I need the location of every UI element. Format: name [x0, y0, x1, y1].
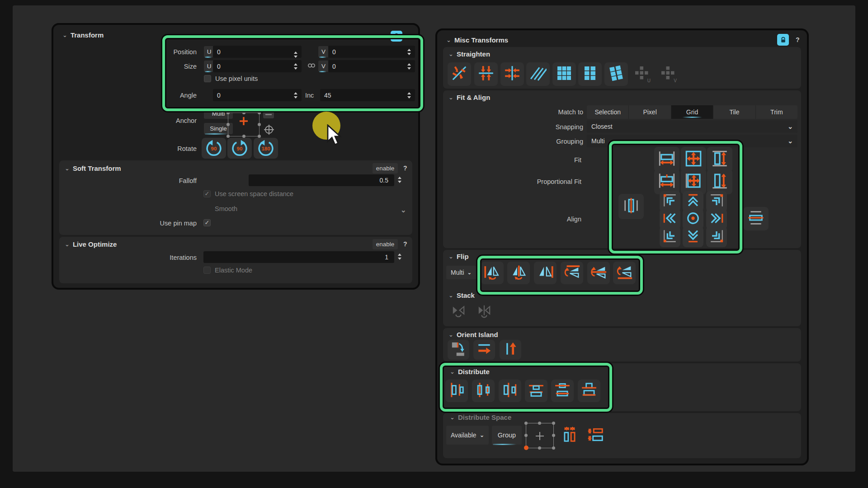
spinner[interactable]: [407, 49, 411, 55]
proportional-fit-uv-button[interactable]: [681, 169, 706, 194]
stack-align-button-disabled[interactable]: [474, 301, 495, 322]
spinner[interactable]: [407, 92, 411, 99]
soft-transform-header[interactable]: Soft Transform: [65, 164, 121, 172]
live-optimize-header[interactable]: Live Optimize: [65, 240, 117, 248]
orient-auto-button[interactable]: [448, 340, 469, 360]
orient-island-header[interactable]: Orient Island: [448, 331, 498, 338]
misc-transforms-header[interactable]: Misc Transforms: [446, 36, 508, 44]
straighten-grid-island-button[interactable]: [578, 62, 602, 86]
distribute-space-anchor-selector[interactable]: [526, 423, 554, 448]
align-bottom-right-button[interactable]: [706, 226, 727, 247]
fit-u-button[interactable]: [654, 147, 679, 172]
smooth-dropdown-value[interactable]: Smooth: [215, 205, 237, 212]
distribute-space-available-dropdown[interactable]: Available: [446, 426, 489, 445]
fit-v-button[interactable]: [707, 147, 732, 172]
soft-transform-enable-button[interactable]: enable: [373, 163, 398, 174]
stack-header[interactable]: Stack: [448, 291, 475, 299]
live-optimize-help[interactable]: ?: [403, 240, 407, 248]
chevron-down-icon[interactable]: [401, 206, 406, 214]
straighten-v-button-disabled[interactable]: V: [656, 62, 680, 86]
anchor-center-handle-icon[interactable]: [239, 117, 248, 127]
live-optimize-enable-button[interactable]: enable: [373, 239, 398, 249]
snapping-dropdown[interactable]: Closest: [587, 120, 797, 133]
distribute-bottom-button[interactable]: [578, 380, 600, 402]
fit-align-header[interactable]: Fit & Align: [448, 94, 490, 101]
distribute-space-u-button[interactable]: [559, 425, 580, 446]
anchor-selected-dot[interactable]: [524, 446, 528, 450]
misc-transforms-help[interactable]: ?: [796, 36, 800, 43]
grouping-dropdown[interactable]: Multi: [587, 135, 797, 147]
straighten-header[interactable]: Straighten: [448, 50, 490, 58]
distribute-center-u-button[interactable]: [472, 380, 495, 402]
transform-section-header[interactable]: Transform: [62, 31, 104, 39]
angle-inc-input[interactable]: 45: [320, 89, 415, 101]
straighten-selection-button[interactable]: [448, 62, 471, 86]
flip-u-center-button[interactable]: [507, 262, 530, 284]
straighten-grid-tilted-button[interactable]: [604, 62, 628, 86]
proportional-fit-v-button[interactable]: [707, 169, 732, 194]
anchor-point-selector[interactable]: [228, 113, 259, 136]
flip-v-top-button[interactable]: [561, 262, 583, 284]
spinner[interactable]: [407, 63, 411, 70]
lock-icon[interactable]: [777, 34, 789, 46]
position-v-button[interactable]: V: [318, 46, 329, 57]
soft-transform-help[interactable]: ?: [403, 164, 407, 172]
stack-button-disabled[interactable]: [448, 301, 469, 322]
rotate-cw-90-button[interactable]: 90: [227, 138, 252, 159]
flip-v-center-button[interactable]: [587, 262, 610, 284]
distribute-space-v-button[interactable]: [585, 425, 607, 446]
size-v-input[interactable]: 0: [328, 60, 415, 72]
match-to-pixel[interactable]: Pixel: [629, 105, 671, 119]
flip-u-right-button[interactable]: [534, 262, 557, 284]
proportional-fit-u-button[interactable]: [654, 169, 679, 194]
flip-header[interactable]: Flip: [448, 253, 469, 260]
falloff-spinner[interactable]: [398, 177, 401, 183]
distribute-top-button[interactable]: [525, 380, 547, 402]
flip-mode-dropdown[interactable]: Multi: [446, 266, 476, 279]
distribute-space-group-button[interactable]: Group: [492, 426, 522, 445]
orient-horizontal-button[interactable]: [473, 340, 495, 360]
anchor-target-icon[interactable]: [263, 124, 275, 137]
spinner[interactable]: [294, 63, 297, 70]
distribute-middle-button[interactable]: [551, 380, 574, 402]
angle-input[interactable]: 0: [213, 89, 302, 101]
position-u-input[interactable]: 0: [213, 46, 302, 58]
match-to-selection[interactable]: Selection: [587, 105, 629, 119]
straighten-slope-button[interactable]: [526, 62, 550, 86]
iterations-input[interactable]: 1: [203, 251, 394, 263]
straighten-vertical-button[interactable]: [500, 62, 524, 86]
flip-v-bottom-button[interactable]: [613, 262, 636, 284]
distribute-header[interactable]: Distribute: [450, 368, 490, 375]
use-pin-map-checkbox[interactable]: [203, 219, 211, 226]
use-screen-space-checkbox[interactable]: [203, 190, 211, 197]
size-u-input[interactable]: 0: [213, 60, 302, 72]
orient-vertical-button[interactable]: [500, 340, 521, 360]
iterations-spinner[interactable]: [398, 253, 401, 260]
spinner[interactable]: [294, 52, 297, 58]
falloff-input[interactable]: 0.5: [249, 174, 394, 186]
fit-uv-button[interactable]: [681, 147, 706, 172]
distribute-space-header[interactable]: Distribute Space: [450, 413, 511, 421]
match-to-tile[interactable]: Tile: [713, 105, 755, 119]
match-to-trim[interactable]: Trim: [756, 105, 797, 119]
flip-u-left-button[interactable]: [481, 262, 504, 284]
straighten-horizontal-button[interactable]: [474, 62, 498, 86]
size-v-button[interactable]: V: [318, 61, 329, 72]
straighten-grid-all-button[interactable]: [552, 62, 576, 86]
anchor-bar-icon[interactable]: [263, 111, 274, 118]
rotate-180-button[interactable]: 180: [254, 138, 278, 159]
align-center-v-button[interactable]: [743, 207, 769, 230]
position-v-input[interactable]: 0: [328, 46, 415, 58]
rotate-ccw-90-button[interactable]: 90: [202, 138, 226, 159]
straighten-u-button-disabled[interactable]: U: [630, 62, 654, 86]
match-to-grid[interactable]: Grid: [671, 105, 713, 119]
elastic-mode-checkbox[interactable]: [203, 267, 211, 274]
use-pixel-units-checkbox[interactable]: [204, 75, 211, 82]
align-bottom-button[interactable]: [683, 226, 703, 247]
distribute-left-button[interactable]: [445, 380, 468, 402]
lock-icon[interactable]: [391, 31, 402, 42]
align-center-u-button[interactable]: [618, 194, 644, 219]
distribute-right-button[interactable]: [499, 380, 521, 402]
link-uv-icon[interactable]: [307, 62, 316, 71]
spinner[interactable]: [294, 92, 297, 99]
